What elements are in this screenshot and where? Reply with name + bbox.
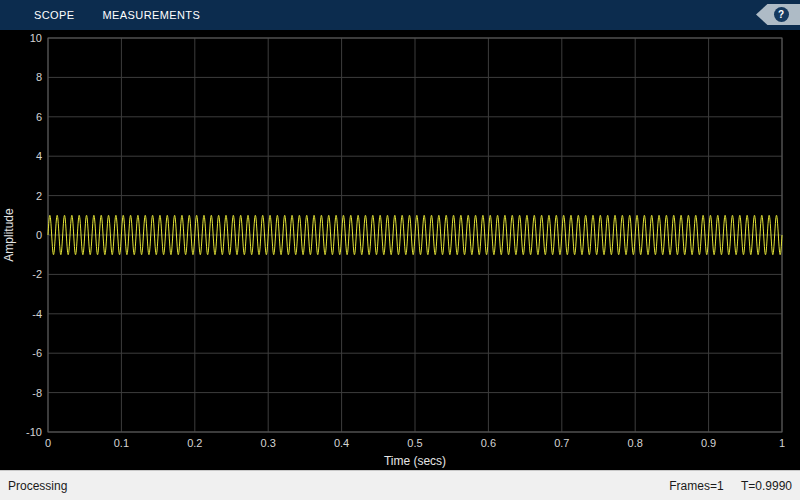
- y-tick-label: 6: [36, 111, 42, 123]
- y-tick-label: -2: [32, 268, 42, 280]
- x-tick-label: 0.5: [407, 437, 422, 449]
- tab-measurements[interactable]: MEASUREMENTS: [89, 0, 215, 30]
- status-counters: Frames=1 T=0.9990: [655, 479, 792, 493]
- x-tick-label: 0.8: [628, 437, 643, 449]
- x-axis-label: Time (secs): [384, 454, 446, 468]
- help-icon: ?: [774, 7, 789, 22]
- x-tick-label: 0: [45, 437, 51, 449]
- tab-scope[interactable]: SCOPE: [20, 0, 89, 30]
- y-axis-label: Amplitude: [2, 208, 16, 262]
- status-frames: Frames=1: [669, 479, 723, 493]
- y-tick-label: 0: [36, 229, 42, 241]
- y-tick-label: -4: [32, 308, 42, 320]
- help-chevron-shape: ?: [756, 4, 800, 25]
- x-tick-label: 0.2: [187, 437, 202, 449]
- y-tick-label: -10: [26, 426, 42, 438]
- y-tick-label: 8: [36, 71, 42, 83]
- x-tick-label: 0.9: [701, 437, 716, 449]
- x-tick-label: 0.7: [554, 437, 569, 449]
- x-tick-label: 0.6: [481, 437, 496, 449]
- status-time: T=0.9990: [741, 479, 792, 493]
- scope-window: SCOPE MEASUREMENTS ? 00.10.20.30.40.50.6…: [0, 0, 800, 500]
- status-bar: Processing Frames=1 T=0.9990: [0, 470, 800, 500]
- help-button[interactable]: ?: [754, 4, 800, 25]
- x-tick-label: 0.4: [334, 437, 349, 449]
- y-tick-label: 4: [36, 150, 42, 162]
- y-tick-label: -6: [32, 347, 42, 359]
- status-message: Processing: [8, 479, 67, 493]
- x-tick-label: 0.1: [114, 437, 129, 449]
- scope-plot-area: 00.10.20.30.40.50.60.70.80.91-10-8-6-4-2…: [0, 30, 800, 470]
- y-tick-label: 10: [30, 32, 42, 44]
- x-tick-label: 1: [779, 437, 785, 449]
- x-tick-label: 0.3: [261, 437, 276, 449]
- scope-plot: 00.10.20.30.40.50.60.70.80.91-10-8-6-4-2…: [0, 30, 800, 470]
- y-tick-label: 2: [36, 190, 42, 202]
- toolstrip: SCOPE MEASUREMENTS ?: [0, 0, 800, 30]
- y-tick-label: -8: [32, 387, 42, 399]
